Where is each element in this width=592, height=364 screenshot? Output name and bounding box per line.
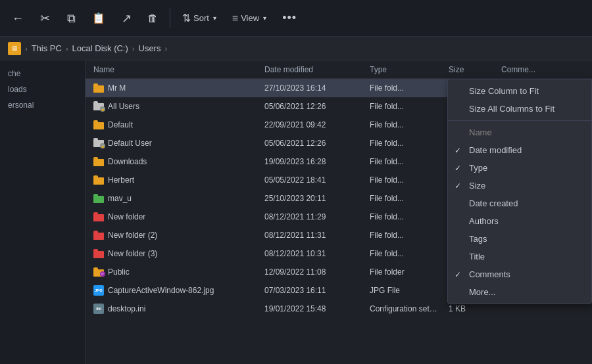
- file-name-cell: Downloads: [88, 157, 259, 166]
- menu-item-size-col-fit[interactable]: Size Column to Fit: [448, 82, 591, 100]
- file-name-cell: mav_u: [88, 194, 259, 203]
- file-type: JPG File: [364, 286, 443, 295]
- file-type: File fold...: [364, 102, 443, 111]
- menu-label: Date modified: [469, 145, 522, 155]
- file-name-cell: Default: [88, 120, 259, 129]
- file-date: 08/12/2021 11:31: [259, 231, 364, 240]
- sort-label: Sort: [193, 13, 209, 23]
- col-header-date[interactable]: Date modified: [259, 65, 364, 74]
- file-name-cell: New folder: [88, 212, 259, 221]
- menu-item-date-created[interactable]: Date created: [448, 194, 591, 212]
- file-date: 12/09/2022 11:08: [259, 267, 364, 277]
- menu-item-comments[interactable]: ✓Comments: [448, 265, 591, 283]
- file-date: 27/10/2023 16:14: [259, 83, 364, 93]
- sep4: ›: [164, 45, 167, 53]
- sidebar-item-ersonal[interactable]: ersonal: [0, 97, 85, 113]
- sidebar-item-che[interactable]: che: [0, 66, 85, 81]
- menu-item-size[interactable]: ✓Size: [448, 177, 591, 194]
- file-size: 1 KB: [443, 304, 496, 313]
- breadcrumb: 🖥 › This PC › Local Disk (C:) › Users ›: [0, 37, 592, 60]
- sort-icon: ⇅: [182, 12, 191, 24]
- breadcrumb-users[interactable]: Users: [139, 43, 161, 53]
- folder-icon: [93, 231, 104, 240]
- file-name: Default: [108, 120, 133, 129]
- file-date: 25/10/2023 20:11: [259, 194, 364, 203]
- file-name-cell: Mr M: [88, 83, 259, 93]
- menu-label: Size Column to Fit: [469, 86, 539, 96]
- menu-item-more[interactable]: More...: [448, 283, 591, 301]
- file-name-cell: 🔒 Default User: [88, 138, 259, 148]
- file-name: New folder (2): [108, 231, 157, 240]
- sort-chevron-icon: ▾: [213, 14, 216, 22]
- menu-item-size-all-cols-fit[interactable]: Size All Columns to Fit: [448, 100, 591, 118]
- cut-button[interactable]: ✂: [33, 4, 57, 33]
- menu-item-authors[interactable]: Authors: [448, 212, 591, 230]
- file-date: 07/03/2023 16:11: [259, 286, 364, 295]
- col-header-type[interactable]: Type: [364, 65, 443, 74]
- col-header-size[interactable]: Size: [443, 65, 496, 74]
- folder-icon: [93, 83, 104, 93]
- file-date: 19/09/2023 16:28: [259, 157, 364, 166]
- col-header-comments[interactable]: Comme...: [496, 65, 549, 74]
- more-button[interactable]: •••: [276, 4, 303, 33]
- paste-button[interactable]: 📋: [86, 4, 112, 33]
- file-name-cell: New folder (2): [88, 231, 259, 240]
- check-icon: ✓: [455, 181, 461, 191]
- copy-icon: ⧉: [67, 12, 76, 24]
- file-name: Herbert: [108, 175, 134, 185]
- file-name-cell: Herbert: [88, 175, 259, 185]
- folder-icon: [93, 212, 104, 221]
- menu-item-type[interactable]: ✓Type: [448, 159, 591, 177]
- back-button[interactable]: ←: [5, 4, 30, 33]
- file-name: New folder: [108, 212, 145, 221]
- file-name: Downloads: [108, 157, 147, 166]
- menu-label: Name: [469, 127, 492, 137]
- file-name: desktop.ini: [108, 304, 145, 313]
- menu-item-tags[interactable]: Tags: [448, 230, 591, 248]
- file-type: Configuration sett...: [364, 304, 443, 313]
- menu-item-date-modified[interactable]: ✓Date modified: [448, 141, 591, 159]
- folder-icon: [93, 249, 104, 258]
- menu-item-title[interactable]: Title: [448, 248, 591, 265]
- menu-label: Tags: [469, 234, 487, 244]
- col-header-name[interactable]: Name: [88, 65, 259, 74]
- file-name: New folder (3): [108, 249, 157, 258]
- more-icon: •••: [282, 11, 297, 25]
- check-icon: ✓: [455, 146, 461, 155]
- file-name-cell: INI desktop.ini: [88, 304, 259, 314]
- file-name: mav_u: [108, 194, 132, 203]
- sidebar-item-loads[interactable]: loads: [0, 81, 85, 97]
- file-type: File fold...: [364, 175, 443, 185]
- toolbar: ← ✂ ⧉ 📋 ↗ 🗑 ⇅ Sort ▾ ≡ View ▾ •••: [0, 0, 592, 37]
- folder-locked-icon: 🔒: [93, 101, 104, 112]
- file-name: CaptureActiveWindow-862.jpg: [108, 286, 214, 295]
- file-type: File fold...: [364, 157, 443, 166]
- jpg-icon: JPG: [93, 285, 104, 296]
- sep2: ›: [66, 45, 68, 53]
- divider: [170, 9, 170, 28]
- file-area: Name Date modified Type Size Comme... Si…: [86, 60, 592, 364]
- file-date: 22/09/2021 09:42: [259, 120, 364, 129]
- folder-icon: [93, 120, 104, 129]
- delete-button[interactable]: 🗑: [141, 4, 164, 33]
- copy-button[interactable]: ⧉: [59, 4, 83, 33]
- back-icon: ←: [12, 12, 24, 24]
- breadcrumb-local-disk[interactable]: Local Disk (C:): [72, 43, 128, 53]
- file-name: Mr M: [108, 83, 126, 93]
- view-icon: ≡: [232, 12, 238, 24]
- delete-icon: 🗑: [147, 13, 158, 24]
- view-button[interactable]: ≡ View ▾: [226, 4, 273, 33]
- file-date: 05/05/2022 18:41: [259, 175, 364, 185]
- folder-icon: [93, 194, 104, 203]
- folder-special-icon: P: [93, 267, 104, 277]
- check-icon: ✓: [455, 164, 461, 173]
- file-type: File fold...: [364, 194, 443, 203]
- share-button[interactable]: ↗: [114, 4, 138, 33]
- folder-icon: [93, 175, 104, 185]
- sep1: ›: [25, 45, 28, 53]
- sort-button[interactable]: ⇅ Sort ▾: [176, 4, 223, 33]
- breadcrumb-this-pc[interactable]: This PC: [32, 43, 62, 53]
- context-menu: Size Column to FitSize All Columns to Fi…: [447, 79, 592, 304]
- file-type: File fold...: [364, 231, 443, 240]
- file-name: Default User: [108, 139, 152, 148]
